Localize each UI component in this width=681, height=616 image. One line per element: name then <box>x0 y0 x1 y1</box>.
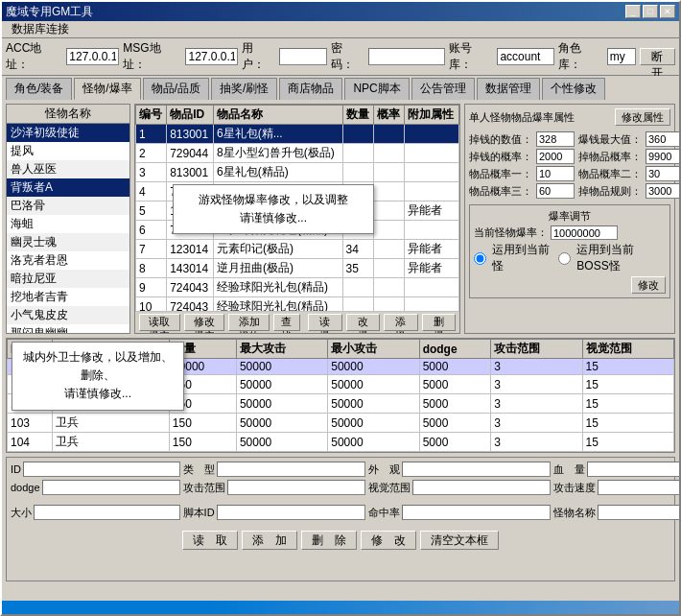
add-monster-button[interactable]: 添加怪物 <box>228 314 270 331</box>
input-size[interactable] <box>34 505 180 520</box>
field-atkrange: 攻击范围 <box>183 480 365 495</box>
notice-box-2: 城内外卫士修改，以及增加、删除、 请谨慎修改... <box>12 342 184 411</box>
list-item[interactable]: 巴洛骨 <box>7 197 129 215</box>
list-item[interactable]: 海蛆 <box>7 215 129 233</box>
props-rate2-input[interactable] <box>646 166 679 181</box>
props-item-rate-input[interactable] <box>646 149 679 164</box>
table-row[interactable]: 3 813001 6星礼包(精品) <box>136 163 459 182</box>
props-rule-input[interactable] <box>646 183 679 199</box>
modify-attrs-button[interactable]: 修改属性 <box>615 108 670 126</box>
tab-item-quality[interactable]: 物品/品质 <box>143 78 209 100</box>
list-item[interactable]: 小气鬼皮皮 <box>7 306 129 324</box>
props-money-max-input[interactable] <box>646 131 679 147</box>
monster-list[interactable]: 沙泽初级使徒 提风 兽人巫医 背叛者A 巴洛骨 海蛆 幽灵士魂 洛克者君恩 暗拉… <box>7 124 129 333</box>
delete-button[interactable]: 删 除 <box>301 531 357 550</box>
field-appearance: 外 观 <box>368 462 551 477</box>
list-item[interactable]: 暗拉尼亚 <box>7 270 129 288</box>
tab-npc[interactable]: NPC脚本 <box>344 78 409 100</box>
pwd-input[interactable] <box>368 48 445 65</box>
input-appearance[interactable] <box>402 462 551 477</box>
modify-button[interactable]: 修 改 <box>361 531 416 550</box>
table-row[interactable]: 10 724043 经验球阳光礼包(精品) <box>136 297 459 312</box>
tab-lottery[interactable]: 抽奖/刷怪 <box>211 78 277 100</box>
add-monster2-button[interactable]: 添怪物 <box>384 314 417 331</box>
radio-boss-monster[interactable] <box>558 252 571 265</box>
input-scriptid[interactable] <box>217 505 365 520</box>
input-atkrange[interactable] <box>227 480 365 495</box>
user-input[interactable] <box>279 48 327 65</box>
delete-rate-button[interactable]: 删爆率 <box>422 314 456 331</box>
input-type[interactable] <box>217 462 365 477</box>
table-row[interactable]: 103 卫兵 150 50000 50000 5000 3 15 <box>8 414 674 433</box>
input-monstername[interactable] <box>598 505 679 520</box>
props-money-rate-input[interactable] <box>536 149 575 164</box>
props-rate1-input[interactable] <box>536 166 575 181</box>
modify-rate-button[interactable]: 修改爆率 <box>184 314 225 331</box>
disconnect-button[interactable]: 断开 <box>640 48 675 65</box>
find-button[interactable]: 查找 <box>273 314 300 331</box>
props-rule-label: 掉物品规则： <box>578 184 642 199</box>
list-item[interactable]: 挖地者吉青 <box>7 288 129 306</box>
read-button[interactable]: 读 取 <box>182 531 238 550</box>
field-vision: 视觉范围 <box>368 480 551 495</box>
table-row[interactable]: 105 辛德·卫队长 150 50000 50000 5000 3 15 <box>8 452 674 453</box>
guard-col-vision: 视觉范围 <box>582 340 673 359</box>
maximize-button[interactable]: □ <box>643 5 658 18</box>
list-item[interactable]: 兽人巫医 <box>7 160 129 178</box>
rate-modify-button[interactable]: 修改 <box>631 276 666 294</box>
props-rate3-input[interactable] <box>536 183 575 199</box>
radio-current-monster[interactable] <box>474 252 486 265</box>
tab-role-equip[interactable]: 角色/装备 <box>6 78 72 100</box>
list-item[interactable]: 洛克者君恩 <box>7 251 129 270</box>
list-item[interactable]: 提风 <box>7 142 129 160</box>
detail-actions: 读 取 添 加 删 除 修 改 清空文本框 <box>7 529 674 552</box>
col-item-id: 物品ID <box>167 106 214 125</box>
read-rate2-button[interactable]: 读爆率 <box>308 314 341 331</box>
list-item[interactable]: 背叛者A <box>7 178 129 197</box>
menu-db[interactable]: 数据库连接 <box>6 21 75 37</box>
current-rate-input[interactable] <box>551 225 618 240</box>
input-atkspeed[interactable] <box>598 480 679 495</box>
input-id[interactable] <box>23 462 180 477</box>
input-hitrate[interactable] <box>402 505 551 520</box>
input-dodge[interactable] <box>42 480 180 495</box>
notice1-text: 游戏怪物爆率修改，以及调整 <box>199 193 348 206</box>
props-money-input[interactable] <box>536 131 575 147</box>
tab-data[interactable]: 数据管理 <box>477 78 540 100</box>
acc-input[interactable] <box>66 48 119 65</box>
tab-shop[interactable]: 商店物品 <box>279 78 342 100</box>
minimize-button[interactable]: _ <box>625 5 641 18</box>
monster-list-panel: 怪物名称 沙泽初级使徒 提风 兽人巫医 背叛者A 巴洛骨 海蛆 幽灵士魂 洛克者… <box>6 104 130 334</box>
modify-rate2-button[interactable]: 改爆率 <box>346 314 380 331</box>
table-row[interactable]: 9 724043 经验球阳光礼包(精品) <box>136 278 459 297</box>
props-title: 单人怪物物品爆率属性 <box>469 110 575 125</box>
tab-announcement[interactable]: 公告管理 <box>411 78 475 100</box>
tab-monster-rate[interactable]: 怪物/爆率 <box>74 78 140 100</box>
props-rate1-label: 物品概率一： <box>469 167 532 181</box>
table-row[interactable]: 104 卫兵 150 50000 50000 5000 3 15 <box>8 433 674 452</box>
list-item[interactable]: 沙泽初级使徒 <box>7 124 129 142</box>
field-monstername: 怪物名称 <box>553 498 679 527</box>
table-row[interactable]: 1 813001 6星礼包(精... <box>136 125 459 144</box>
detail-fields-grid: ID 类 型 外 观 血 量 最大攻击 <box>7 458 674 529</box>
add-button[interactable]: 添 加 <box>242 531 297 550</box>
field-hitrate: 命中率 <box>368 498 551 527</box>
rate-title: 爆率调节 <box>474 209 666 224</box>
table-row[interactable]: 7 123014 元素印记(极品) 34 异能者 <box>136 240 459 259</box>
db-input[interactable] <box>497 48 554 65</box>
role-input[interactable] <box>607 48 636 65</box>
clear-button[interactable]: 清空文本框 <box>420 531 499 550</box>
tabs-bar: 角色/装备 怪物/爆率 物品/品质 抽奖/刷怪 商店物品 NPC脚本 公告管理 … <box>2 76 679 100</box>
close-button[interactable]: ✕ <box>660 5 675 18</box>
list-item[interactable]: 幽灵士魂 <box>7 233 129 251</box>
props-rate1-row: 物品概率一： 物品概率二： <box>469 166 670 181</box>
input-vision[interactable] <box>412 480 551 495</box>
msg-input[interactable] <box>185 48 238 65</box>
tab-personal[interactable]: 个性修改 <box>542 78 605 100</box>
table-row[interactable]: 8 143014 逆月扭曲(极品) 35 异能者 <box>136 259 459 278</box>
input-hp[interactable] <box>587 462 679 477</box>
table-row[interactable]: 2 729044 8星小型幻兽升包(极品) <box>136 144 459 163</box>
list-item[interactable]: 那闷鬼幽幽 <box>7 324 129 333</box>
read-rate-button[interactable]: 读取爆率 <box>139 314 180 331</box>
table-actions: 读取爆率 修改爆率 添加怪物 查找 读爆率 改爆率 添怪物 删爆率 <box>135 311 459 333</box>
